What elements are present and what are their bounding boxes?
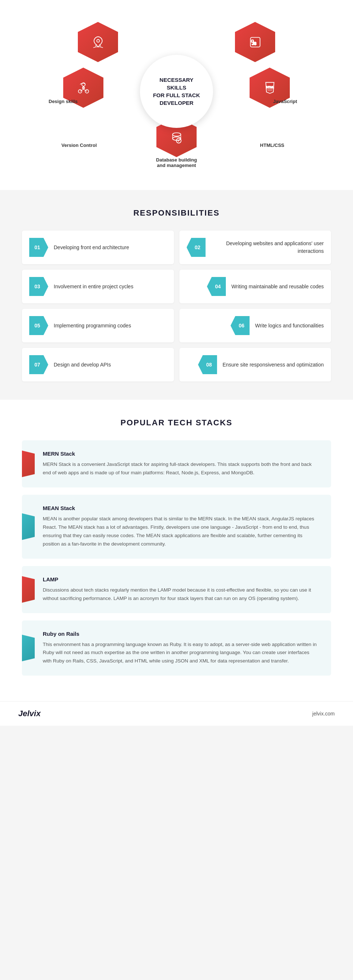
stack-mean: MEAN Stack MEAN is another popular stack… — [22, 495, 331, 559]
resp-card-01: 01 Developing front end architecture — [22, 231, 174, 264]
javascript-petal: JS { } — [235, 22, 275, 62]
resp-badge-03: 03 — [29, 277, 48, 296]
resp-text-06: Write logics and functionalities — [255, 322, 324, 329]
svg-point-0 — [97, 40, 99, 42]
version-label: Version Control — [61, 143, 97, 148]
skills-diagram: NECESSARYSKILLSFOR FULL STACKDEVELOPER J… — [49, 14, 304, 168]
svg-text:JS: JS — [252, 41, 256, 46]
resp-card-08: Ensure site responsiveness and optimizat… — [180, 348, 331, 382]
design-petal — [78, 22, 118, 62]
footer: Jelvix jelvix.com — [0, 701, 353, 726]
footer-url: jelvix.com — [312, 711, 335, 716]
database-label: Database buildingand management — [156, 157, 197, 168]
resp-card-02: Developing websites and applications' us… — [180, 231, 331, 264]
stack-mern-text: MERN Stack is a convenient JavaScript st… — [33, 460, 320, 477]
resp-card-06: Write logics and functionalities 06 — [180, 309, 331, 342]
skills-title: NECESSARYSKILLSFOR FULL STACKDEVELOPER — [149, 72, 204, 110]
resp-card-03: 03 Involvement in entire project cycles — [22, 270, 174, 303]
resp-card-05: 05 Implementing programming codes — [22, 309, 174, 342]
design-label: Design skills — [49, 99, 78, 104]
resp-text-05: Implementing programming codes — [54, 322, 131, 329]
responsibilities-grid: 01 Developing front end architecture Dev… — [22, 231, 331, 382]
html-label: HTML/CSS — [260, 143, 284, 148]
stack-mean-title: MEAN Stack — [33, 505, 320, 511]
js-label: JavaScript — [273, 99, 297, 104]
responsibilities-title: RESPONSIBILITIES — [22, 208, 331, 218]
stack-mean-text: MEAN is another popular stack among deve… — [33, 515, 320, 549]
svg-text:HTML: HTML — [266, 85, 274, 88]
stack-mern-title: MERN Stack — [33, 450, 320, 457]
resp-badge-01: 01 — [29, 238, 48, 257]
stack-mern: MERN Stack MERN Stack is a convenient Ja… — [22, 440, 331, 487]
resp-text-01: Developing front end architecture — [54, 244, 129, 251]
stack-lamp: LAMP Discussions about tech stacks regul… — [22, 566, 331, 613]
resp-text-03: Involvement in entire project cycles — [54, 283, 134, 291]
stack-ruby-title: Ruby on Rails — [33, 631, 320, 637]
svg-point-9 — [172, 133, 181, 136]
stack-lamp-text: Discussions about tech stacks regularly … — [33, 586, 320, 603]
resp-card-07: 07 Design and develop APIs — [22, 348, 174, 382]
techstacks-section: POPULAR TECH STACKS MERN Stack MERN Stac… — [0, 400, 353, 701]
stack-ruby: Ruby on Rails This environment has a pro… — [22, 620, 331, 676]
resp-badge-07: 07 — [29, 355, 48, 374]
footer-brand: Jelvix — [18, 709, 41, 718]
center-circle: NECESSARYSKILLSFOR FULL STACKDEVELOPER — [140, 55, 213, 128]
resp-badge-02: 02 — [187, 238, 206, 257]
resp-text-02: Developing websites and applications' us… — [211, 240, 324, 255]
resp-text-08: Ensure site responsiveness and optimizat… — [223, 361, 324, 369]
resp-text-04: Writing maintainable and reusable codes — [231, 283, 324, 291]
techstacks-title: POPULAR TECH STACKS — [22, 418, 331, 428]
stack-ruby-text: This environment has a programming langu… — [33, 641, 320, 666]
resp-badge-06: 06 — [231, 316, 250, 335]
stack-lamp-title: LAMP — [33, 576, 320, 582]
resp-badge-08: 08 — [198, 355, 217, 374]
resp-badge-04: 04 — [207, 277, 226, 296]
resp-card-04: Writing maintainable and reusable codes … — [180, 270, 331, 303]
resp-badge-05: 05 — [29, 316, 48, 335]
responsibilities-section: RESPONSIBILITIES 01 Developing front end… — [0, 190, 353, 400]
svg-text:{  }: { } — [251, 39, 254, 42]
skills-section: NECESSARYSKILLSFOR FULL STACKDEVELOPER J… — [0, 0, 353, 190]
resp-text-07: Design and develop APIs — [54, 361, 111, 369]
